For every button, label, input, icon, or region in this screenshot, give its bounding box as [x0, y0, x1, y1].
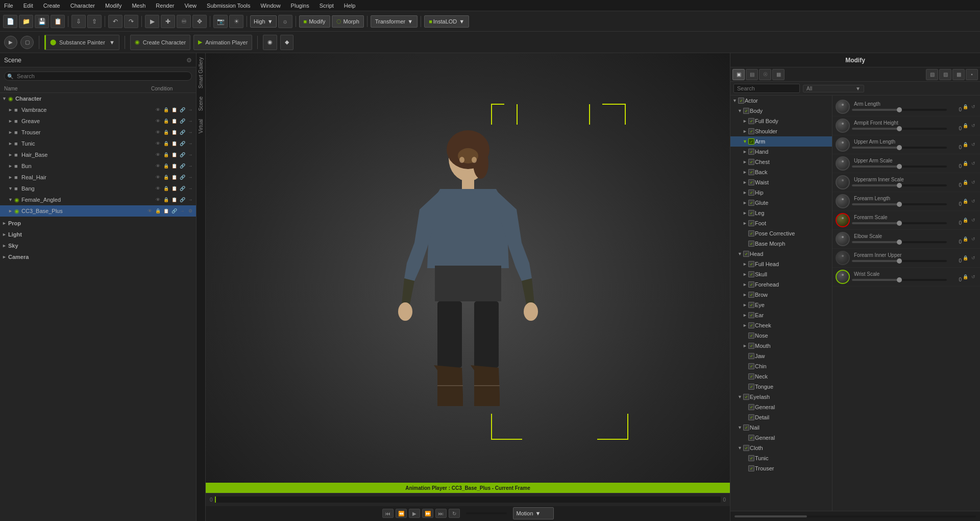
mt-check-full-head[interactable]: ✓ — [748, 260, 755, 268]
tree-item-prop[interactable]: ► Prop — [0, 218, 196, 229]
mt-expand-back[interactable]: ► — [743, 170, 748, 175]
arrow-icon-cc3-base-plus[interactable]: → — [179, 207, 186, 215]
tree-expand-bun[interactable]: ► — [8, 163, 14, 169]
lock-upper-arm-scale[interactable]: 🔒 — [962, 160, 969, 167]
mt-base-morph[interactable]: ✓ Base Morph — [730, 239, 832, 249]
lock-arm-length[interactable]: 🔒 — [962, 103, 969, 110]
track-forearm-inner-upper[interactable] — [852, 260, 947, 262]
reset-wrist-scale[interactable]: ↺ — [970, 273, 977, 280]
eye-icon-cc3-base-plus[interactable]: 👁 — [146, 207, 153, 215]
mt-check-foot[interactable]: ✓ — [748, 220, 755, 227]
mt-pose-corrective[interactable]: ✓ Pose Corrective — [730, 228, 832, 239]
mt-arm[interactable]: ▼ ✓ Arm — [730, 136, 832, 147]
tree-expand-hair-base[interactable]: ► — [8, 152, 14, 157]
menu-create[interactable]: Create — [41, 3, 62, 9]
reset-upper-arm-length[interactable]: ↺ — [970, 141, 977, 148]
tree-expand-vambrace[interactable]: ► — [8, 107, 14, 112]
tree-item-bun[interactable]: ► ■ Bun 👁 🔒 📋 🔗 → — [0, 160, 196, 172]
eye-icon-hair-base[interactable]: 👁 — [154, 151, 161, 158]
track-elbow-scale[interactable] — [852, 241, 947, 243]
mt-eyelash-general[interactable]: ✓ General — [730, 402, 832, 412]
menu-plugins[interactable]: Plugins — [289, 3, 311, 9]
mt-expand-full-body[interactable]: ► — [743, 119, 748, 124]
mt-expand-eye[interactable]: ► — [743, 302, 748, 307]
mt-check-trouser-cloth[interactable]: ✓ — [748, 465, 755, 472]
mt-check-mouth[interactable]: ✓ — [748, 342, 755, 349]
transformer-btn[interactable]: Transformer ▼ — [371, 15, 418, 28]
tab-morph-5[interactable]: ▧ — [926, 69, 938, 80]
select-btn[interactable]: ▶ — [145, 15, 159, 28]
dial-arm-length[interactable] — [836, 100, 850, 114]
scene-search-input[interactable] — [4, 72, 192, 81]
mt-check-actor[interactable]: ✓ — [738, 97, 745, 104]
lock-forearm-length[interactable]: 🔒 — [962, 198, 969, 205]
dial-upper-arm-scale[interactable] — [836, 156, 850, 171]
mt-expand-cloth[interactable]: ▼ — [738, 445, 743, 451]
mt-check-cloth[interactable]: ✓ — [743, 444, 750, 452]
timeline-scrubber[interactable] — [215, 496, 721, 503]
mt-check-nail[interactable]: ✓ — [743, 424, 750, 431]
eye-icon-female-angled[interactable]: 👁 — [154, 196, 161, 203]
link-icon-vambrace[interactable]: 🔗 — [179, 106, 186, 113]
mt-cheek[interactable]: ► ✓ Cheek — [730, 320, 832, 330]
mt-glute[interactable]: ► ✓ Glute — [730, 198, 832, 208]
eye-icon-vambrace[interactable]: 👁 — [154, 106, 161, 113]
light-btn[interactable]: ☀ — [229, 15, 243, 28]
copy-icon-hair-base[interactable]: 📋 — [170, 151, 178, 158]
track-forearm-scale[interactable] — [852, 222, 947, 224]
arrow-icon-tunic[interactable]: → — [187, 140, 194, 147]
menu-window[interactable]: Window — [258, 3, 282, 9]
mt-ear[interactable]: ► ✓ Ear — [730, 310, 832, 320]
save-as-btn[interactable]: 📋 — [51, 15, 65, 28]
mt-hand[interactable]: ► ✓ Hand — [730, 147, 832, 157]
sub-round-1[interactable]: ▶ — [4, 36, 17, 49]
mt-expand-forehead[interactable]: ► — [743, 282, 748, 287]
menu-view[interactable]: View — [182, 3, 199, 9]
lock-icon-vambrace[interactable]: 🔒 — [162, 106, 169, 113]
morph-btn[interactable]: ◌ Morph — [332, 15, 364, 28]
mt-jaw[interactable]: ✓ Jaw — [730, 351, 832, 361]
lock-icon-bang[interactable]: 🔒 — [162, 185, 169, 192]
tree-item-character[interactable]: ▼ ◉ Character — [0, 93, 196, 104]
tab-morph-8[interactable]: ▪ — [966, 69, 978, 80]
mt-check-neck[interactable]: ✓ — [748, 373, 755, 380]
tab-morph-4[interactable]: ▦ — [772, 69, 785, 80]
tree-item-sky[interactable]: ► Sky — [0, 240, 196, 251]
mt-mouth[interactable]: ► ✓ Mouth — [730, 341, 832, 351]
sub-extra-1[interactable]: ◉ — [263, 35, 277, 50]
eye-icon-tunic[interactable]: 👁 — [154, 140, 161, 147]
eye-icon-bang[interactable]: 👁 — [154, 185, 161, 192]
tree-item-vambrace[interactable]: ► ■ Vambrace 👁 🔒 📋 🔗 → — [0, 104, 196, 115]
tl-skip-end[interactable]: ⏭ — [435, 509, 447, 518]
mt-expand-glute[interactable]: ► — [743, 200, 748, 205]
mt-skull[interactable]: ► ✓ Skull — [730, 269, 832, 279]
mt-tunic-cloth[interactable]: ✓ Tunic — [730, 453, 832, 463]
lock-icon-bun[interactable]: 🔒 — [162, 162, 169, 170]
mt-nail-general[interactable]: ✓ General — [730, 433, 832, 443]
copy-icon-cc3-base-plus[interactable]: 📋 — [162, 207, 169, 215]
save-btn[interactable]: 💾 — [35, 15, 49, 28]
copy-icon-bang[interactable]: 📋 — [170, 185, 178, 192]
right-search-input[interactable] — [733, 84, 800, 93]
menu-submission-tools[interactable]: Submission Tools — [205, 3, 252, 9]
menu-mesh[interactable]: Mesh — [130, 3, 148, 9]
mt-nose[interactable]: ✓ Nose — [730, 330, 832, 341]
tree-item-hair-base[interactable]: ► ■ Hair_Base 👁 🔒 📋 🔗 → — [0, 149, 196, 160]
tree-expand-cc3-base-plus[interactable]: ► — [8, 208, 14, 214]
sub-extra-2[interactable]: ◆ — [280, 35, 293, 50]
mt-check-head[interactable]: ✓ — [743, 250, 750, 257]
filter-dropdown[interactable]: All ▼ — [803, 85, 864, 92]
mt-chin[interactable]: ✓ Chin — [730, 361, 832, 371]
tl-loop[interactable]: ↻ — [449, 509, 460, 518]
tree-expand-female-angled[interactable]: ▼ — [8, 197, 14, 202]
reset-upper-arm-scale[interactable]: ↺ — [970, 160, 977, 167]
mt-foot[interactable]: ► ✓ Foot — [730, 218, 832, 228]
arrow-icon-hair-base[interactable]: → — [187, 151, 194, 158]
mt-neck[interactable]: ✓ Neck — [730, 371, 832, 382]
mt-check-eyelash[interactable]: ✓ — [743, 393, 750, 400]
mt-check-shoulder[interactable]: ✓ — [748, 128, 755, 135]
arrow-icon-vambrace[interactable]: → — [187, 106, 194, 113]
lock-icon-hair-base[interactable]: 🔒 — [162, 151, 169, 158]
tab-scene[interactable]: Scene — [197, 92, 205, 115]
reset-forearm-length[interactable]: ↺ — [970, 198, 977, 205]
